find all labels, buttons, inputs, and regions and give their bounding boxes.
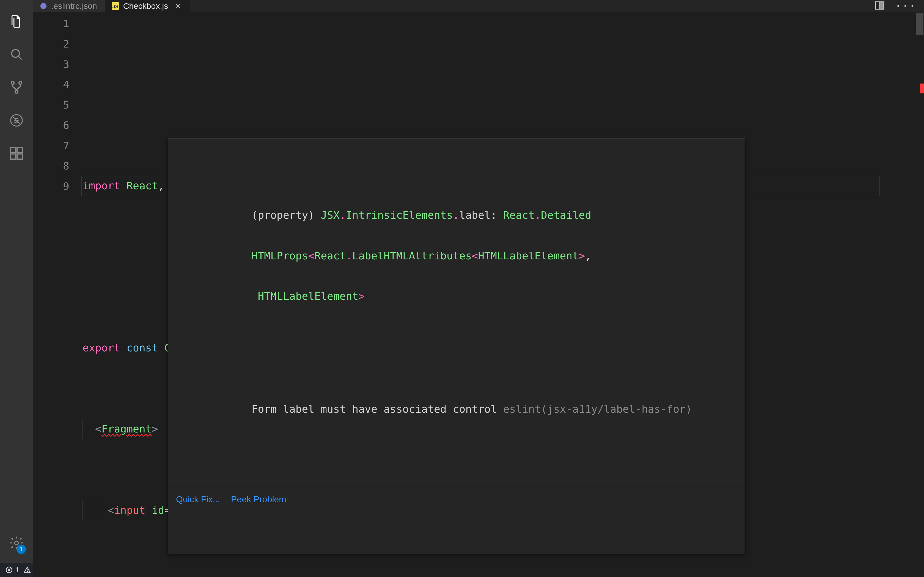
line-number-gutter: 1 2 3 4 5 6 7 8 9 xyxy=(33,12,82,577)
editor-actions: ··· xyxy=(866,0,924,12)
warning-icon xyxy=(24,566,31,574)
status-errors[interactable]: 1 xyxy=(5,566,20,574)
svg-point-2 xyxy=(11,82,14,84)
debug-disabled-icon[interactable] xyxy=(0,104,33,137)
source-control-icon[interactable] xyxy=(0,71,33,104)
quick-fix-link[interactable]: Quick Fix... xyxy=(176,491,220,508)
search-icon[interactable] xyxy=(0,38,33,71)
tab-eslintrc[interactable]: .eslintrc.json xyxy=(33,0,105,12)
js-file-icon: JS xyxy=(111,2,120,10)
svg-point-24 xyxy=(27,571,27,572)
editor[interactable]: 1 2 3 4 5 6 7 8 9 import xyxy=(33,12,924,577)
editor-group: .eslintrc.json JS Checkbox.js ··· 1 2 xyxy=(33,0,924,563)
code-area[interactable]: import React, { Fragment } from 'react';… xyxy=(82,12,924,577)
svg-point-0 xyxy=(12,50,19,57)
svg-rect-10 xyxy=(17,148,22,153)
split-editor-icon[interactable] xyxy=(874,0,885,12)
more-actions-icon[interactable]: ··· xyxy=(895,1,916,11)
scrollbar-thumb[interactable] xyxy=(916,13,924,35)
svg-line-1 xyxy=(18,56,22,60)
hover-actions: Quick Fix... Peek Problem xyxy=(168,486,745,513)
overview-error-marker[interactable] xyxy=(920,89,924,93)
hover-tooltip: (property) JSX.IntrinsicElements.label: … xyxy=(168,139,745,554)
svg-point-11 xyxy=(15,541,18,545)
tab-label: .eslintrc.json xyxy=(51,2,97,11)
svg-rect-7 xyxy=(11,148,16,153)
svg-rect-9 xyxy=(17,154,22,159)
activity-bar: 1 xyxy=(0,0,33,563)
hover-signature: (property) JSX.IntrinsicElements.label: … xyxy=(168,179,745,332)
svg-rect-16 xyxy=(880,2,884,8)
error-icon xyxy=(5,566,13,574)
tab-label: Checkbox.js xyxy=(123,2,168,11)
eslint-file-icon xyxy=(40,2,47,10)
svg-line-6 xyxy=(12,116,21,125)
close-icon[interactable] xyxy=(174,2,183,10)
tab-bar: .eslintrc.json JS Checkbox.js ··· xyxy=(33,0,924,12)
peek-problem-link[interactable]: Peek Problem xyxy=(231,491,286,508)
app-frame: 1 .eslintrc.json JS Checkbox.js ··· xyxy=(0,0,924,563)
svg-rect-8 xyxy=(11,154,16,159)
overview-error-marker[interactable] xyxy=(920,84,924,89)
hover-lint-message: Form label must have associated control … xyxy=(168,373,745,445)
svg-point-4 xyxy=(15,90,18,93)
svg-point-3 xyxy=(19,82,22,84)
settings-badge: 1 xyxy=(16,545,26,554)
extensions-icon[interactable] xyxy=(0,137,33,170)
explorer-icon[interactable] xyxy=(0,5,33,38)
settings-gear-icon[interactable]: 1 xyxy=(0,527,33,559)
tab-checkbox-js[interactable]: JS Checkbox.js xyxy=(105,0,190,12)
